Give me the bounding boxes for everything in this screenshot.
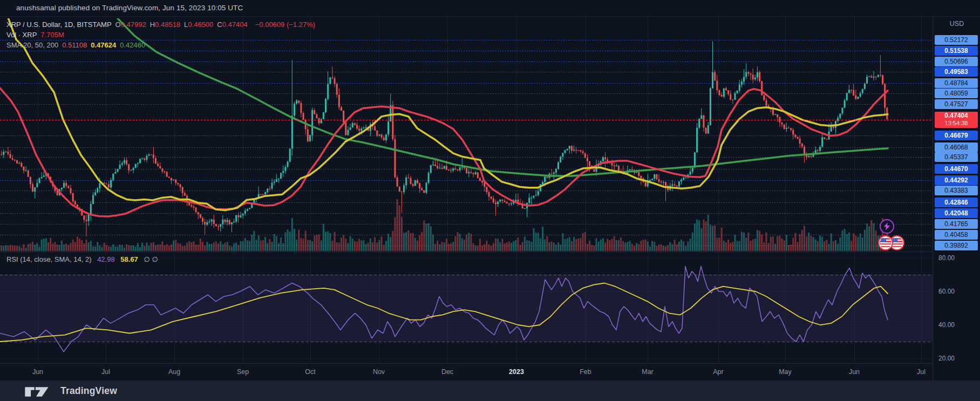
time-axis-label: Oct — [305, 368, 315, 376]
rsi-legend-row: RSI (14, close, SMA, 14, 2) 42.98 58.67 … — [6, 255, 162, 263]
volume-legend-row: Vol · XRP7.705M — [6, 31, 68, 39]
ohlc-key: H — [150, 21, 155, 29]
rsi-empty-values: ∅ ∅ — [144, 255, 158, 263]
price-level-label: 0.47527 — [935, 99, 978, 109]
ohlc-value: 0.48518 — [155, 21, 180, 29]
published-byline: anushsamal published on TradingView.com,… — [16, 4, 243, 12]
price-level-label: 0.44292 — [935, 175, 978, 185]
price-level-label: 0.51538 — [935, 46, 978, 56]
price-level-label: 0.48784 — [935, 78, 978, 88]
symbol-title: XRP / U.S. Dollar, 1D, BITSTAMP — [6, 21, 112, 29]
time-axis-label: Nov — [373, 368, 385, 376]
time-axis-label: Apr — [713, 368, 723, 376]
price-level-label: 0.44670 — [935, 164, 978, 174]
time-axis-label: Jul — [917, 368, 925, 376]
price-level-label: 0.48059 — [935, 89, 978, 98]
rsi-label: RSI (14, close, SMA, 14, 2) — [6, 255, 92, 263]
volume-label: Vol · XRP — [6, 31, 37, 39]
time-axis-label: Dec — [441, 368, 453, 376]
ohlc-value: 0.47404 — [222, 21, 248, 29]
ohlc-values: O0.47992H0.48518L0.46500C0.47404 — [115, 21, 251, 29]
price-scale-currency: USD — [933, 20, 980, 30]
price-level-label: 0.52172 — [935, 35, 978, 45]
time-axis-label: Sep — [237, 368, 249, 376]
time-axis-label: Feb — [580, 368, 591, 376]
tradingview-brand-link[interactable]: TradingView — [60, 385, 117, 397]
rsi-sma-value: 58.67 — [120, 255, 138, 263]
time-axis-label: 2023 — [509, 368, 524, 376]
ohlc-value: 0.47992 — [121, 21, 146, 29]
rsi-value: 42.98 — [97, 255, 115, 263]
event-us-flag-icon-1[interactable] — [878, 235, 893, 250]
price-level-label: 0.46679 — [935, 131, 978, 140]
sma-value: 0.47624 — [91, 41, 116, 49]
price-level-label: 0.43383 — [935, 186, 978, 195]
sma-value: 0.51108 — [62, 41, 87, 49]
price-level-label: 0.50696 — [935, 57, 978, 66]
footer-bar: TradingView — [0, 380, 980, 401]
rsi-scale-label: 60.00 — [938, 287, 976, 296]
time-axis-label: May — [779, 368, 792, 376]
price-level-label: 0.42846 — [935, 198, 978, 207]
price-chart-canvas[interactable] — [0, 17, 933, 381]
price-level-label: 0.40458 — [935, 230, 978, 240]
price-level-label: 0.49583 — [935, 67, 978, 77]
ohlc-value: 0.46500 — [188, 21, 213, 29]
time-axis[interactable]: JunJulAugSepOctNovDec2023FebMarAprMayJun… — [0, 363, 933, 382]
time-axis-label: Mar — [642, 368, 654, 376]
candles — [1, 41, 888, 236]
tradingview-logo-icon[interactable] — [19, 385, 54, 399]
chart-area[interactable]: XRP / U.S. Dollar, 1D, BITSTAMPO0.47992H… — [0, 16, 980, 381]
sma-value: 0.42460 — [120, 41, 145, 49]
sma-values: 0.511080.476240.42460 — [62, 41, 149, 49]
volume-bars — [1, 199, 888, 251]
current-price-label: 0.47404 13:54:38 — [935, 112, 978, 128]
price-level-label: 0.39892 — [935, 241, 978, 250]
symbol-legend-row: XRP / U.S. Dollar, 1D, BITSTAMPO0.47992H… — [6, 21, 319, 29]
change-value: −0.00609 (−1.27%) — [255, 21, 315, 29]
sma-legend-row: SMA 20, 50, 2000.511080.476240.42460 — [6, 41, 153, 49]
rsi-scale-label: 40.00 — [938, 321, 976, 329]
time-axis-label: Jun — [32, 368, 43, 376]
rsi-scale-label: 20.00 — [938, 354, 976, 363]
ohlc-key: O — [115, 21, 121, 29]
time-axis-label: Jul — [101, 368, 110, 376]
price-level-label: 0.42048 — [935, 208, 978, 218]
volume-value: 7.705M — [40, 31, 64, 39]
price-level-label: 0.41765 — [935, 219, 978, 229]
time-axis-label: Jun — [849, 368, 860, 376]
price-scale[interactable]: USD 0.521720.515380.506960.495830.487840… — [933, 17, 980, 381]
flag-canton — [881, 239, 886, 242]
lightning-bolt-glyph — [883, 222, 890, 230]
price-level-label: 0.46068 — [935, 142, 978, 152]
tradingview-published-chart: anushsamal published on TradingView.com,… — [0, 0, 980, 401]
time-axis-label: Aug — [168, 368, 180, 376]
event-lightning-icon[interactable] — [880, 219, 894, 234]
price-level-label: 0.45337 — [935, 152, 978, 162]
ohlc-key: C — [217, 21, 222, 29]
current-price-value: 0.47404 — [935, 112, 978, 120]
candle-countdown: 13:54:38 — [935, 120, 978, 128]
rsi-scale-label: 80.00 — [938, 254, 976, 262]
sma-label: SMA 20, 50, 200 — [6, 41, 58, 49]
